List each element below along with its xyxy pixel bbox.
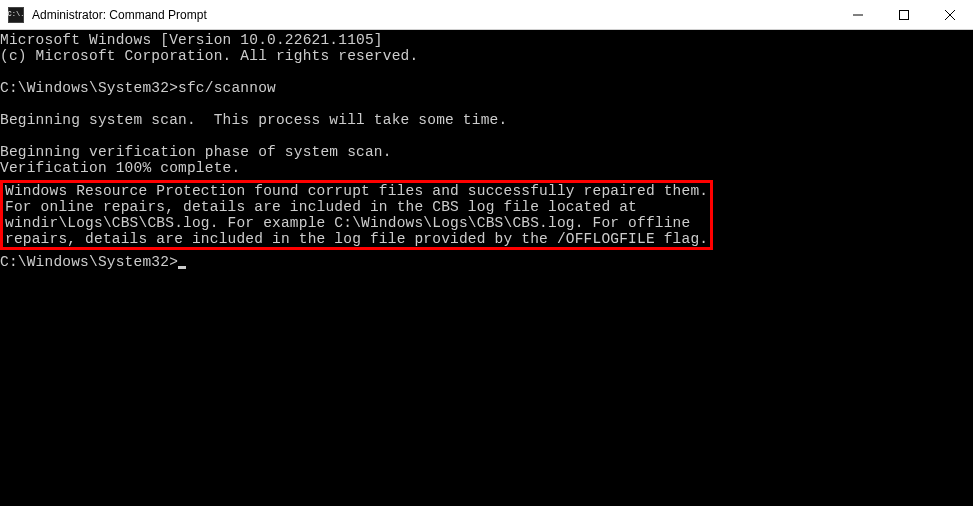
window-controls bbox=[835, 0, 973, 29]
output-line: Beginning system scan. This process will… bbox=[0, 112, 507, 128]
prompt-path: C:\Windows\System32> bbox=[0, 80, 178, 96]
titlebar-left: C:\. Administrator: Command Prompt bbox=[0, 7, 207, 23]
svg-rect-1 bbox=[900, 10, 909, 19]
output-line: Microsoft Windows [Version 10.0.22621.11… bbox=[0, 32, 383, 48]
output-line: Verification 100% complete. bbox=[0, 160, 240, 176]
close-button[interactable] bbox=[927, 0, 973, 29]
output-line: (c) Microsoft Corporation. All rights re… bbox=[0, 48, 418, 64]
command-text: sfc/scannow bbox=[178, 80, 276, 96]
output-line: Windows Resource Protection found corrup… bbox=[5, 183, 708, 199]
minimize-button[interactable] bbox=[835, 0, 881, 29]
titlebar: C:\. Administrator: Command Prompt bbox=[0, 0, 973, 30]
cursor bbox=[178, 266, 186, 269]
prompt-path: C:\Windows\System32> bbox=[0, 254, 178, 270]
maximize-button[interactable] bbox=[881, 0, 927, 29]
output-line: repairs, details are included in the log… bbox=[5, 231, 708, 247]
close-icon bbox=[945, 10, 955, 20]
output-line: Beginning verification phase of system s… bbox=[0, 144, 392, 160]
terminal-area[interactable]: Microsoft Windows [Version 10.0.22621.11… bbox=[0, 30, 973, 506]
window-title: Administrator: Command Prompt bbox=[32, 8, 207, 22]
maximize-icon bbox=[899, 10, 909, 20]
cmd-icon: C:\. bbox=[8, 7, 24, 23]
output-line: For online repairs, details are included… bbox=[5, 199, 637, 215]
output-line: windir\Logs\CBS\CBS.log. For example C:\… bbox=[5, 215, 690, 231]
minimize-icon bbox=[853, 10, 863, 20]
highlight-box: Windows Resource Protection found corrup… bbox=[0, 180, 713, 250]
